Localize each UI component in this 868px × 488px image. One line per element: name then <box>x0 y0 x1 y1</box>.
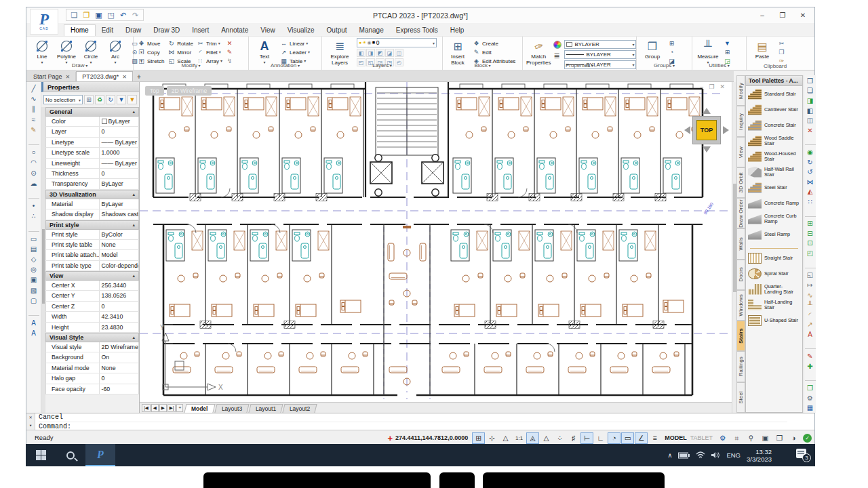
mirror-3d-icon[interactable]: ◭ <box>805 187 816 197</box>
taskbar-clock[interactable]: 13:32 3/3/2023 <box>747 448 772 463</box>
palette-tab[interactable]: Doors <box>736 260 745 290</box>
property-row[interactable]: Center Z0 <box>45 302 139 312</box>
property-row[interactable]: Halo gap0 <box>45 373 139 384</box>
panel-caption-clipboard[interactable]: Clipboard <box>747 62 804 70</box>
canvas-scrollbar[interactable] <box>732 82 736 413</box>
layout-tab[interactable]: Layout2 <box>283 404 317 413</box>
next-tab-icon[interactable]: ▶ <box>159 404 167 412</box>
model-space-toggle[interactable]: MODEL <box>665 434 687 441</box>
image-icon[interactable]: ▤ <box>28 244 39 254</box>
divide-icon[interactable]: ∴ <box>28 211 39 221</box>
rectangle-icon[interactable]: ▭ <box>28 234 39 244</box>
drawing-canvas[interactable]: Top 2D Wireframe –❐✕ <box>140 82 732 402</box>
palette-item[interactable]: Steel Ramp <box>746 226 802 242</box>
layer-combo[interactable]: ●☀◉■ 0 ▾ <box>357 38 437 47</box>
selection-combo[interactable]: No selection ▾ <box>43 95 83 104</box>
mirror-icon[interactable]: ⋈ <box>805 177 816 187</box>
offset-icon[interactable]: ⊞ <box>805 219 816 229</box>
quick-select-icon[interactable]: ⊞ <box>84 95 94 104</box>
property-row[interactable]: Center X256.3440 <box>45 281 139 291</box>
section-header[interactable]: View▴ <box>45 271 139 281</box>
copy-icon[interactable]: ❐ <box>805 76 816 86</box>
property-row[interactable]: Print table attach...Model <box>45 250 139 260</box>
ribbon-tab[interactable]: Edit <box>96 25 119 36</box>
palette-item[interactable]: U-Shaped Stair <box>746 312 802 328</box>
ribbon-tab[interactable]: Output <box>321 25 353 36</box>
layout-tab[interactable]: Model <box>184 404 216 413</box>
palette-item[interactable]: Concrete Ramp <box>746 195 802 211</box>
palette-item[interactable]: Straight Stair <box>746 250 802 266</box>
command-expand-icon[interactable]: ▾ <box>29 423 32 428</box>
extrude-icon[interactable]: ◰ <box>805 248 816 258</box>
line-icon[interactable]: ╱ <box>28 83 39 94</box>
draw-tool-button[interactable]: Line ▾ <box>30 38 54 64</box>
command-line[interactable]: ✕ ▾ Cancel Command: <box>26 413 814 430</box>
plot-preview-icon[interactable]: ◳ <box>106 11 116 20</box>
snap-mode-icon[interactable]: ⊹ <box>486 432 498 444</box>
lineweight-list-icon[interactable]: ≣ <box>553 52 561 60</box>
clean-screen-icon[interactable]: ▣ <box>759 432 772 444</box>
view-cube-right-arrow[interactable] <box>723 126 729 134</box>
array-icon[interactable]: ∷ <box>805 197 816 207</box>
ribbon-tab[interactable]: Express Tools <box>390 25 444 36</box>
property-row[interactable]: Height23.4830 <box>45 323 139 333</box>
battery-icon[interactable] <box>678 452 690 459</box>
freehand-icon[interactable]: ✎ <box>28 125 39 135</box>
text-button[interactable]: A Text ▾ <box>252 38 277 64</box>
ribbon-tab[interactable]: Insert <box>186 25 215 36</box>
property-row[interactable]: Print styleByColor <box>45 230 139 240</box>
new-tab-button[interactable]: + <box>133 73 145 81</box>
isolate-objects-icon[interactable]: ⌗ <box>730 432 743 444</box>
section-header[interactable]: 3D Visualization▴ <box>45 190 139 199</box>
property-row[interactable]: Print style tableNone <box>45 240 139 250</box>
props-copy-icon[interactable]: ❐ <box>805 383 816 393</box>
filter-blue-icon[interactable]: ▼ <box>117 95 126 104</box>
palette-item[interactable]: Wood Saddle Stair <box>746 133 802 148</box>
layout-tab[interactable]: Layout3 <box>214 404 249 413</box>
ribbon-tab[interactable]: Home <box>64 24 96 36</box>
palette-tab[interactable]: Walls <box>736 228 745 259</box>
add-selected-icon[interactable]: ✚ <box>805 361 816 371</box>
palette-item[interactable]: Concrete Stair <box>746 117 802 133</box>
measure-icon[interactable]: ╨ <box>805 300 816 310</box>
property-row[interactable]: Shadow displayShadows cast an... <box>45 209 139 220</box>
panel-caption-annotation[interactable]: Annotation <box>249 62 321 70</box>
taskbar-app-ptcad[interactable]: P <box>85 444 115 466</box>
properties-scrollbar[interactable] <box>41 107 45 413</box>
tablet-toggle[interactable]: TABLET <box>690 434 713 441</box>
palette-item[interactable]: Cantilever Stair <box>746 102 802 117</box>
ribbon-tab[interactable]: Draw 3D <box>147 25 186 36</box>
tray-expand-icon[interactable]: ∧ <box>667 451 672 459</box>
filter-color-icon[interactable]: ▼ <box>127 95 137 104</box>
annotation-scale[interactable]: 1:1 <box>513 432 526 444</box>
ribbon-tab[interactable]: Draw <box>119 25 147 36</box>
child-close-icon[interactable]: ✕ <box>719 83 725 90</box>
bylayer-combo[interactable]: BYLAYER ▾ <box>564 40 636 49</box>
visual-style-control[interactable]: 2D Wireframe <box>167 86 212 96</box>
palette-item[interactable]: Half-Landing Stair <box>746 297 802 312</box>
polyline-edit-icon[interactable]: ∿ <box>805 290 816 300</box>
polyline-icon[interactable]: ∿ <box>28 94 39 104</box>
panel-caption-utilities[interactable]: Utilities <box>692 62 746 70</box>
palette-tab[interactable]: View <box>736 137 745 167</box>
wipeout-icon[interactable]: ▢ <box>28 296 39 306</box>
polygon-icon[interactable]: ◇ <box>28 254 39 264</box>
grid-display-icon[interactable]: ♯ <box>567 432 580 444</box>
view-direction-control[interactable]: Top <box>145 86 164 96</box>
align-icon[interactable]: ↦ <box>805 280 816 290</box>
offset-multi-icon[interactable]: ⊟ <box>805 228 816 239</box>
polar-tracking-icon[interactable]: △ <box>499 432 512 444</box>
measure-button[interactable]: ╨ Measure ▾ <box>696 38 720 64</box>
join-icon[interactable]: ◧ <box>805 106 816 116</box>
coordinates-readout[interactable]: 274.4411,144.7812,0.0000 <box>395 434 468 441</box>
last-tab-icon[interactable]: ▶| <box>167 404 176 412</box>
panel-caption-draw[interactable]: Draw <box>26 62 133 70</box>
arc-icon[interactable]: ◠ <box>28 157 39 167</box>
palette-item[interactable]: Steel Stair <box>746 180 802 195</box>
new-file-icon[interactable]: ❏ <box>69 11 79 20</box>
performance-icon[interactable]: ◑ <box>787 432 800 444</box>
panel-caption-layers[interactable]: Layers <box>322 62 442 70</box>
palette-tab[interactable]: Stairs <box>736 321 745 351</box>
point-icon[interactable]: • <box>28 201 39 211</box>
property-row[interactable]: MaterialByLayer <box>45 199 139 209</box>
